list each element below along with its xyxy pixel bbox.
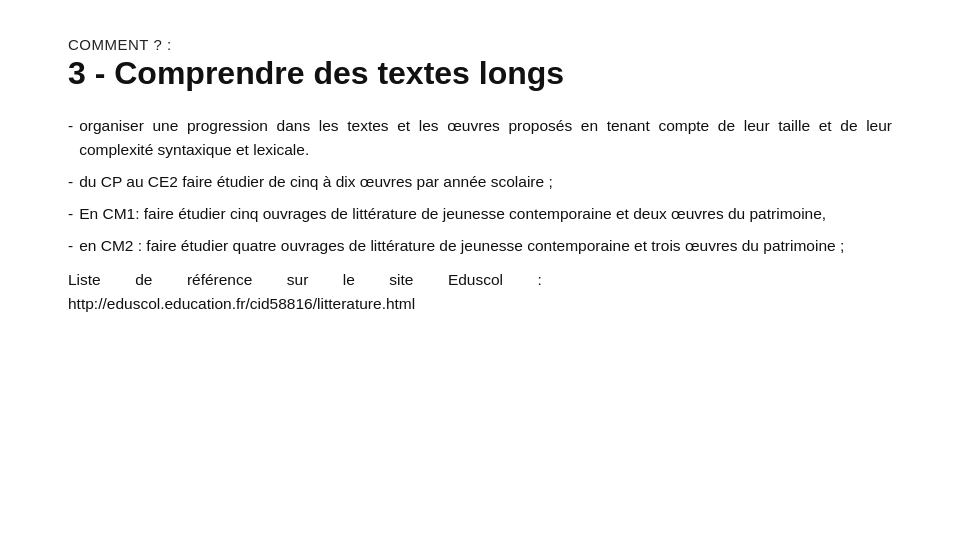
bullet-dash-4: - <box>68 234 73 258</box>
reference-text: Liste de référence sur le site Eduscol :… <box>68 271 542 312</box>
bullet-item-2: - du CP au CE2 faire étudier de cinq à d… <box>68 170 892 194</box>
bullet-item-4: - en CM2 : faire étudier quatre ouvrages… <box>68 234 892 258</box>
bullet-item-3: - En CM1: faire étudier cinq ouvrages de… <box>68 202 892 226</box>
bullet-dash-2: - <box>68 170 73 194</box>
main-title: 3 - Comprendre des textes longs <box>68 55 892 92</box>
bullet-dash-3: - <box>68 202 73 226</box>
bullet-text-1: organiser une progression dans les texte… <box>79 114 892 162</box>
reference-line: Liste de référence sur le site Eduscol :… <box>68 268 892 316</box>
bullet-text-2: du CP au CE2 faire étudier de cinq à dix… <box>79 170 892 194</box>
bullet-text-4: en CM2 : faire étudier quatre ouvrages d… <box>79 234 892 258</box>
content-body: - organiser une progression dans les tex… <box>68 114 892 316</box>
page-container: COMMENT ? : 3 - Comprendre des textes lo… <box>0 0 960 540</box>
comment-label: COMMENT ? : <box>68 36 892 53</box>
bullet-text-3: En CM1: faire étudier cinq ouvrages de l… <box>79 202 892 226</box>
bullet-dash-1: - <box>68 114 73 162</box>
bullet-item-1: - organiser une progression dans les tex… <box>68 114 892 162</box>
